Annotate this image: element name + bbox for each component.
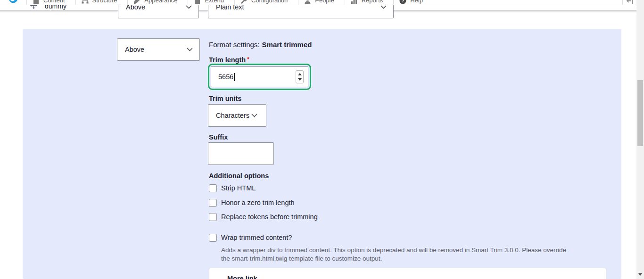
honor-zero-trim-label[interactable]: Honor a zero trim length: [221, 199, 295, 206]
admin-toolbar: Content Structure Appearance Extend Conf…: [0, 0, 636, 5]
people-icon: [304, 0, 311, 4]
smart-trim-settings-panel: Above Format settings:Smart trimmed Trim…: [23, 29, 621, 279]
structure-icon: [82, 0, 89, 4]
trim-units-select[interactable]: Characters: [208, 104, 266, 127]
wrap-trimmed-content-checkbox[interactable]: [209, 234, 217, 242]
spinner-down-icon[interactable]: [298, 78, 302, 81]
chevron-down-icon: [251, 114, 257, 117]
wrap-trimmed-content-label[interactable]: Wrap trimmed content?: [221, 234, 292, 241]
label-display-select-value: Above: [125, 46, 144, 53]
toolbar-item-help[interactable]: ? Help: [393, 0, 433, 5]
toolbar-item-extend[interactable]: Extend: [188, 0, 234, 5]
chevron-down-icon: [187, 48, 193, 51]
toolbar-item-appearance[interactable]: Appearance: [127, 0, 188, 5]
honor-zero-trim-row: Honor a zero trim length: [209, 198, 295, 207]
drupal-logo[interactable]: [0, 0, 26, 5]
number-spinner[interactable]: [296, 70, 304, 83]
format-settings-heading: Format settings:Smart trimmed: [209, 41, 312, 49]
additional-options-label: Additional options: [209, 172, 269, 180]
scroll-down-icon[interactable]: [638, 273, 642, 276]
help-icon: ?: [399, 0, 406, 4]
trim-length-input[interactable]: 5656: [211, 66, 308, 87]
suffix-label: Suffix: [209, 133, 228, 141]
chevron-down-icon: [186, 5, 192, 9]
appearance-icon: [133, 0, 140, 4]
trim-length-focus-ring: 5656: [208, 64, 311, 90]
trim-units-select-value: Characters: [216, 112, 249, 119]
replace-tokens-checkbox[interactable]: [209, 213, 217, 221]
content-icon: [33, 0, 40, 4]
strip-html-label[interactable]: Strip HTML: [221, 184, 256, 192]
suffix-input[interactable]: [208, 142, 274, 165]
reports-icon: [351, 0, 358, 4]
text-caret: [234, 73, 235, 81]
trim-units-label: Trim units: [209, 95, 241, 102]
toolbar-orientation-toggle[interactable]: [622, 0, 636, 5]
svg-text:?: ?: [402, 0, 405, 3]
drupal-drop-icon: [7, 0, 20, 4]
spinner-up-icon[interactable]: [298, 73, 302, 75]
trim-length-label: Trim length*: [209, 56, 249, 64]
toolbar-item-people[interactable]: People: [298, 0, 344, 5]
trim-length-value: 5656: [218, 73, 233, 81]
drupal-manage-display-screen: dummy Above Plain text Content Structure: [0, 0, 644, 279]
required-marker: *: [247, 56, 249, 63]
more-link-title: More link: [227, 275, 606, 279]
toolbar-item-structure[interactable]: Structure: [75, 0, 128, 5]
toolbar-toggle-icon: [626, 0, 634, 4]
format-name: Smart trimmed: [262, 41, 312, 49]
label-display-select[interactable]: Above: [117, 38, 200, 61]
toolbar-item-content[interactable]: Content: [26, 0, 75, 5]
more-link-section: More link: [209, 268, 606, 279]
toolbar-item-configuration[interactable]: Configuration: [234, 0, 298, 5]
replace-tokens-label[interactable]: Replace tokens before trimming: [221, 213, 318, 221]
wrap-trimmed-content-row: Wrap trimmed content?: [209, 233, 292, 242]
wrap-description: Adds a wrapper div to trimmed content. T…: [221, 246, 573, 263]
toolbar-item-reports[interactable]: Reports: [345, 0, 394, 5]
replace-tokens-row: Replace tokens before trimming: [209, 212, 318, 222]
strip-html-checkbox[interactable]: [209, 184, 217, 192]
honor-zero-trim-checkbox[interactable]: [209, 199, 217, 207]
strip-html-row: Strip HTML: [209, 183, 256, 193]
configuration-icon: [240, 0, 248, 4]
extend-icon: [194, 0, 201, 4]
scrollbar-thumb[interactable]: [637, 80, 643, 146]
chevron-down-icon: [380, 5, 387, 9]
scrollbar[interactable]: [636, 0, 644, 279]
